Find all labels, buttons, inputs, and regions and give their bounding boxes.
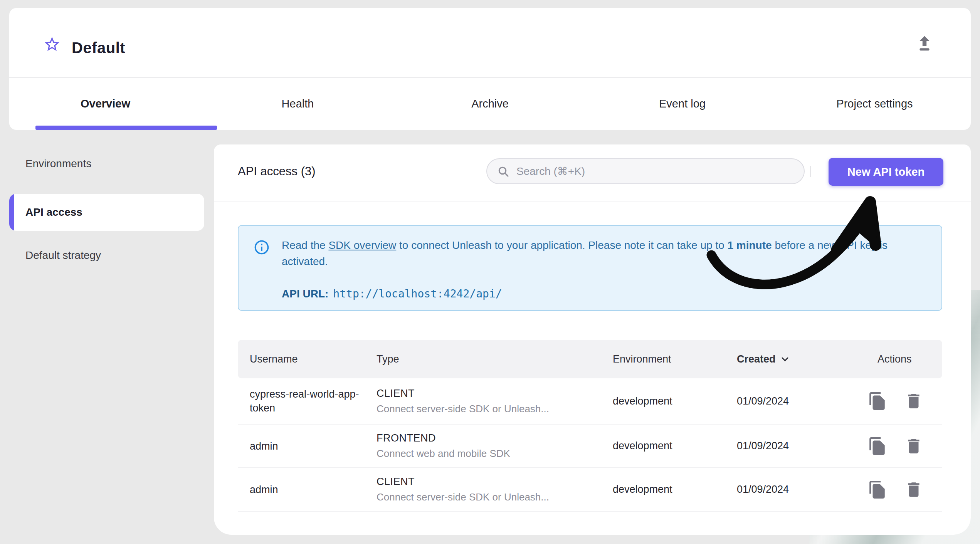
- project-title-row: Default: [9, 8, 971, 77]
- cell-type: CLIENT Connect server-side SDK or Unleas…: [365, 388, 601, 415]
- alert-text-middle: to connect Unleash to your application. …: [396, 239, 727, 251]
- sidebar-item-environments[interactable]: Environments: [9, 146, 204, 181]
- cell-actions: [866, 391, 942, 411]
- token-type: FRONTEND: [377, 432, 601, 444]
- token-type: CLIENT: [377, 476, 601, 488]
- cell-created: 01/09/2024: [725, 395, 866, 407]
- alert-text-start: Read the: [282, 239, 328, 251]
- tab-health[interactable]: Health: [202, 78, 394, 130]
- search-box[interactable]: [486, 158, 805, 184]
- cell-created: 01/09/2024: [725, 484, 866, 495]
- cell-actions: [866, 480, 942, 499]
- delete-token-icon[interactable]: [904, 437, 923, 456]
- cell-username: admin: [238, 483, 365, 497]
- info-icon: [253, 239, 270, 256]
- panel-title: API access (3): [238, 165, 316, 178]
- search-input[interactable]: [516, 165, 794, 178]
- table-header-row: Username Type Environment Created Action…: [238, 340, 942, 378]
- api-tokens-table: Username Type Environment Created Action…: [238, 340, 942, 512]
- sidebar-item-api-access[interactable]: API access: [9, 194, 204, 231]
- new-api-token-button[interactable]: New API token: [829, 158, 943, 186]
- token-type-description: Connect web and mobile SDK: [377, 448, 601, 460]
- token-type: CLIENT: [377, 388, 601, 400]
- favorite-star-icon[interactable]: [43, 35, 61, 53]
- tab-overview[interactable]: Overview: [9, 78, 202, 130]
- copy-token-icon[interactable]: [868, 480, 887, 499]
- cell-username: cypress-real-world-app-token: [238, 387, 365, 415]
- page-title: Default: [72, 39, 125, 57]
- tab-event-log[interactable]: Event log: [586, 78, 778, 130]
- col-header-actions: Actions: [866, 353, 942, 365]
- project-header-card: Default Overview Health Archive Event lo…: [9, 8, 971, 130]
- sidebar-item-default-strategy[interactable]: Default strategy: [9, 238, 204, 273]
- token-type-description: Connect server-side SDK or Unleash...: [377, 491, 601, 503]
- cell-actions: [866, 437, 942, 456]
- cell-environment: development: [601, 395, 725, 407]
- col-header-type: Type: [365, 353, 601, 365]
- cell-environment: development: [601, 440, 725, 452]
- search-icon: [497, 165, 509, 178]
- col-header-username: Username: [238, 353, 365, 365]
- col-header-environment: Environment: [601, 353, 725, 365]
- api-url-value: http://localhost:4242/api/: [333, 287, 502, 300]
- delete-token-icon[interactable]: [904, 480, 923, 499]
- cell-type: FRONTEND Connect web and mobile SDK: [365, 432, 601, 460]
- col-header-created[interactable]: Created: [725, 353, 866, 365]
- tab-archive[interactable]: Archive: [394, 78, 586, 130]
- alert-text-bold: 1 minute: [727, 239, 772, 251]
- delete-token-icon[interactable]: [904, 391, 923, 411]
- cell-environment: development: [601, 484, 725, 495]
- sdk-info-alert: Read the SDK overview to connect Unleash…: [238, 225, 942, 311]
- active-tab-indicator: [35, 126, 217, 130]
- cell-type: CLIENT Connect server-side SDK or Unleas…: [365, 476, 601, 503]
- header-divider: [810, 166, 811, 177]
- alert-message: Read the SDK overview to connect Unleash…: [282, 237, 921, 270]
- cell-username: admin: [238, 439, 365, 453]
- panel-header-divider: [214, 201, 971, 201]
- api-url-row: API URL:http://localhost:4242/api/: [282, 287, 502, 300]
- tab-project-settings[interactable]: Project settings: [778, 78, 971, 130]
- export-icon[interactable]: [914, 34, 935, 54]
- table-row: admin CLIENT Connect server-side SDK or …: [238, 468, 942, 512]
- table-row: admin FRONTEND Connect web and mobile SD…: [238, 425, 942, 468]
- sdk-overview-link[interactable]: SDK overview: [328, 239, 396, 251]
- api-access-panel: API access (3) New API token Read the SD…: [214, 144, 971, 535]
- project-tabs: Overview Health Archive Event log Projec…: [9, 77, 971, 130]
- table-row: cypress-real-world-app-token CLIENT Conn…: [238, 378, 942, 425]
- copy-token-icon[interactable]: [868, 437, 887, 456]
- api-url-label: API URL:: [282, 288, 328, 300]
- cell-created: 01/09/2024: [725, 440, 866, 452]
- sort-desc-chevron-icon: [780, 354, 790, 364]
- copy-token-icon[interactable]: [868, 391, 887, 411]
- token-type-description: Connect server-side SDK or Unleash...: [377, 403, 601, 415]
